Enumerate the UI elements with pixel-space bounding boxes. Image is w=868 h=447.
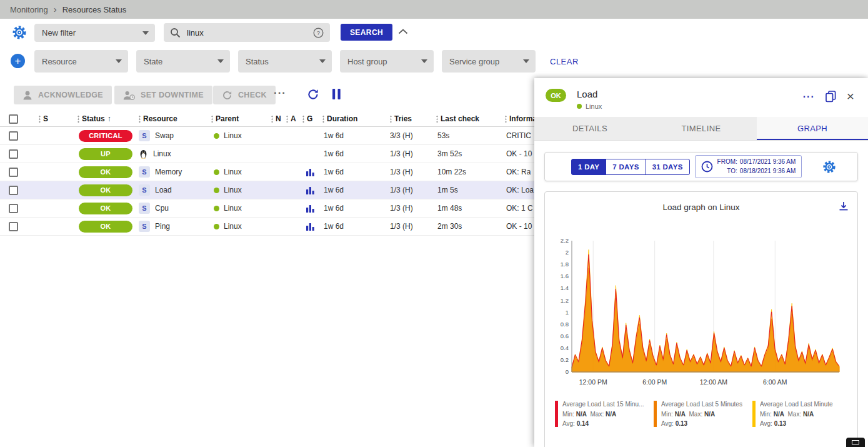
close-panel-icon[interactable]: × <box>847 89 854 103</box>
refresh-icon[interactable] <box>307 88 319 101</box>
column-header-n[interactable]: N <box>266 111 282 126</box>
status-chip: UP <box>79 148 132 160</box>
period-1-day[interactable]: 1 DAY <box>571 159 606 175</box>
add-criteria-button[interactable]: + <box>11 54 25 68</box>
tab-details[interactable]: DETAILS <box>534 117 646 140</box>
column-header-last-check[interactable]: Last check <box>430 111 499 126</box>
column-header-g[interactable]: G <box>297 111 316 126</box>
resource-name[interactable]: Load <box>155 186 172 194</box>
set-downtime-button[interactable]: SET DOWNTIME <box>114 86 212 104</box>
legend-series-name: Average Load Last 5 Minutes <box>661 399 742 409</box>
criteria-select-service-group[interactable]: Service group <box>442 50 536 73</box>
search-value: linux <box>187 28 307 38</box>
export-graph-icon[interactable] <box>838 201 849 212</box>
parent-name[interactable]: Linux <box>224 131 242 140</box>
search-icon <box>170 28 181 38</box>
breadcrumb: Monitoring › Resources Status <box>0 0 868 19</box>
has-graph-icon[interactable] <box>306 186 314 194</box>
parent-name[interactable]: Linux <box>224 168 242 176</box>
column-header-resource[interactable]: Resource <box>134 111 204 126</box>
parent-status-dot <box>214 188 219 193</box>
panel-more-icon[interactable]: ··· <box>803 91 815 103</box>
breadcrumb-resources-status[interactable]: Resources Status <box>62 5 127 14</box>
svg-text:1.6: 1.6 <box>561 273 569 279</box>
legend-item-average-load-last-15-minu[interactable]: Average Load Last 15 Minu... Min: N/A Ma… <box>555 399 654 429</box>
drag-handle-icon <box>436 115 438 123</box>
select-all-checkbox[interactable] <box>9 114 18 124</box>
legend-item-average-load-last-5-minutes[interactable]: Average Load Last 5 Minutes Min: N/A Max… <box>654 399 752 429</box>
parent-name[interactable]: Linux <box>224 186 242 194</box>
collapse-filters-icon[interactable] <box>398 29 408 34</box>
sort-ascending-icon: ↑ <box>107 114 111 123</box>
row-checkbox[interactable] <box>9 168 18 177</box>
breadcrumb-monitoring[interactable]: Monitoring <box>10 5 48 14</box>
load-chart: 00.20.40.60.811.21.41.61.822.212:00 PM6:… <box>554 233 848 391</box>
drag-handle-icon <box>390 115 392 123</box>
check-button[interactable]: CHECK <box>213 86 276 104</box>
period-31-days[interactable]: 31 DAYS <box>646 159 690 175</box>
svg-text:1.8: 1.8 <box>561 261 569 268</box>
search-button[interactable]: SEARCH <box>341 24 392 41</box>
acknowledge-button[interactable]: ACKNOWLEDGE <box>14 86 112 104</box>
chart-area: 00.20.40.60.811.21.41.61.822.212:00 PM6:… <box>545 233 857 391</box>
search-input[interactable]: linux ? <box>164 23 330 42</box>
has-graph-icon[interactable] <box>306 168 314 176</box>
legend-series-name: Average Load Last 15 Minu... <box>562 399 644 409</box>
help-icon[interactable]: ? <box>313 28 324 38</box>
row-checkbox[interactable] <box>9 222 18 231</box>
resource-name[interactable]: Linux <box>153 149 171 158</box>
svg-text:?: ? <box>317 29 320 36</box>
svg-text:0.2: 0.2 <box>561 356 569 363</box>
chevron-down-icon <box>142 31 149 35</box>
criteria-select-status[interactable]: Status <box>238 50 332 73</box>
column-header-a[interactable]: A <box>282 111 297 126</box>
graph-title: Load graph on Linux <box>545 192 857 212</box>
parent-status-dot <box>214 133 219 139</box>
corner-overlay-widget[interactable] <box>846 438 865 447</box>
column-header-duration[interactable]: Duration <box>316 111 382 126</box>
saved-filter-select[interactable]: New filter <box>34 24 155 42</box>
column-header-parent[interactable]: Parent <box>204 111 266 126</box>
graph-legend: Average Load Last 15 Minu... Min: N/A Ma… <box>545 391 857 429</box>
period-7-days[interactable]: 7 DAYS <box>606 159 646 175</box>
from-value: 08/17/2021 9:36 AM <box>740 158 796 167</box>
chevron-down-icon <box>319 59 326 63</box>
chevron-down-icon <box>421 59 427 63</box>
resource-name[interactable]: Cpu <box>155 204 169 213</box>
resource-name[interactable]: Swap <box>155 131 174 140</box>
parent-name[interactable]: Linux <box>224 204 242 213</box>
column-header-s[interactable]: S <box>27 111 69 126</box>
corner-widget-glyph <box>852 440 859 444</box>
graph-settings-gear-icon[interactable] <box>822 160 836 174</box>
series-average-load-last-5-minutes <box>572 268 839 372</box>
duration-value: 1w 6d <box>316 199 382 217</box>
column-header-status[interactable]: Status↑ <box>69 111 134 126</box>
custom-time-range[interactable]: FROM: 08/17/2021 9:36 AM TO: 08/18/2021 … <box>695 155 802 178</box>
criteria-select-state[interactable]: State <box>136 50 230 73</box>
pause-icon[interactable] <box>332 89 341 99</box>
filter-settings-gear-icon[interactable] <box>12 25 27 40</box>
time-range-card: 1 DAY7 DAYS31 DAYS FROM: 08/17/2021 9:36… <box>544 152 858 181</box>
last-check-value: 53s <box>430 127 499 144</box>
status-chip: OK <box>79 184 132 196</box>
row-checkbox[interactable] <box>9 149 18 159</box>
resource-name[interactable]: Memory <box>155 168 182 176</box>
resource-name[interactable]: Ping <box>155 222 170 231</box>
clear-filters-button[interactable]: CLEAR <box>550 57 579 66</box>
tab-graph[interactable]: GRAPH <box>757 117 868 140</box>
row-checkbox[interactable] <box>9 131 18 141</box>
criteria-select-resource[interactable]: Resource <box>34 50 128 73</box>
tab-timeline[interactable]: TIMELINE <box>646 117 757 140</box>
parent-name[interactable]: Linux <box>224 222 242 231</box>
criteria-select-host-group[interactable]: Host group <box>340 50 434 73</box>
row-checkbox[interactable] <box>9 204 18 213</box>
svg-text:0: 0 <box>566 368 569 375</box>
has-graph-icon[interactable] <box>306 204 314 213</box>
legend-item-average-load-last-minute[interactable]: Average Load Last Minute Min: N/A Max: N… <box>752 399 851 429</box>
host-linux-icon <box>139 149 147 159</box>
column-header-tries[interactable]: Tries <box>382 111 430 126</box>
copy-link-icon[interactable] <box>826 91 836 103</box>
more-actions-button[interactable]: ··· <box>274 87 286 99</box>
row-checkbox[interactable] <box>9 186 18 195</box>
has-graph-icon[interactable] <box>306 223 314 231</box>
